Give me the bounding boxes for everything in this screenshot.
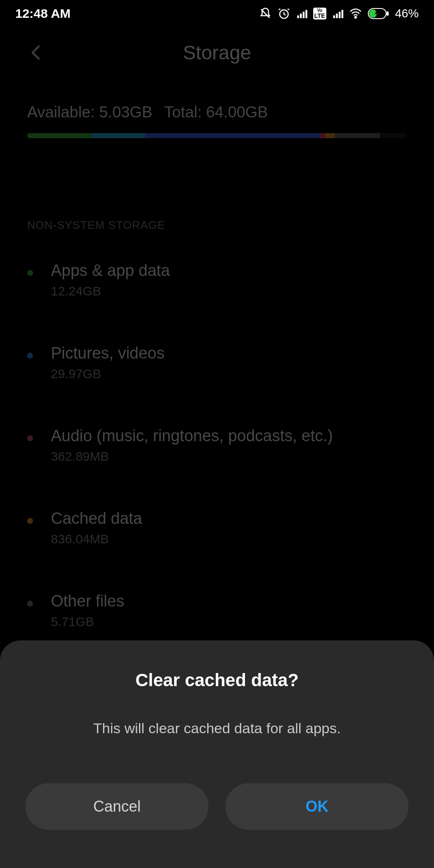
category-dot-icon: [27, 601, 33, 606]
storage-usage-bar: [27, 133, 407, 138]
notifications-muted-icon: [259, 7, 272, 20]
category-item[interactable]: Pictures, videos29.97GB: [27, 344, 407, 381]
status-bar: 12:48 AM VoLTE: [0, 0, 434, 27]
storage-summary: Available: 5.03GB Total: 64.00GB: [27, 103, 407, 138]
page-title: Storage: [183, 41, 251, 64]
cancel-button[interactable]: Cancel: [25, 783, 209, 830]
page-header: Storage: [27, 27, 407, 78]
category-item[interactable]: Other files5.71GB: [27, 592, 407, 629]
chevron-left-icon: [27, 43, 46, 62]
category-label: Cached data: [51, 509, 142, 528]
battery-charging-icon: [368, 8, 389, 19]
storage-bar-segment: [335, 133, 381, 138]
category-list: Apps & app data12.24GBPictures, videos29…: [27, 262, 407, 629]
svg-rect-9: [342, 10, 343, 18]
volte-icon: VoLTE: [313, 8, 326, 19]
category-size: 5.71GB: [51, 615, 124, 629]
category-dot-icon: [27, 435, 33, 441]
available-label: Available: 5.03GB: [27, 103, 153, 121]
clear-cache-dialog: Clear cached data? This will clear cache…: [0, 640, 434, 868]
storage-bar-segment: [145, 133, 320, 138]
total-label: Total: 64.00GB: [164, 103, 268, 121]
category-item[interactable]: Apps & app data12.24GB: [27, 262, 407, 298]
section-title: NON-SYSTEM STORAGE: [27, 219, 407, 232]
battery-percentage: 46%: [395, 7, 419, 20]
svg-rect-3: [300, 14, 301, 18]
category-label: Pictures, videos: [51, 344, 164, 362]
svg-rect-8: [339, 12, 340, 18]
status-time: 12:48 AM: [15, 6, 71, 21]
back-button[interactable]: [27, 43, 46, 62]
signal-2-icon: [332, 8, 343, 19]
svg-point-10: [355, 17, 356, 18]
status-right: VoLTE 46%: [259, 7, 419, 20]
ok-button[interactable]: OK: [225, 783, 409, 830]
signal-1-icon: [296, 8, 307, 19]
svg-rect-6: [333, 15, 335, 18]
category-item[interactable]: Audio (music, ringtones, podcasts, etc.)…: [27, 427, 407, 464]
svg-rect-4: [303, 12, 304, 18]
category-item[interactable]: Cached data836.04MB: [27, 509, 407, 546]
svg-rect-2: [297, 15, 299, 18]
wifi-icon: [349, 7, 362, 20]
category-size: 29.97GB: [51, 367, 164, 381]
dialog-message: This will clear cached data for all apps…: [25, 720, 409, 737]
category-size: 362.89MB: [51, 449, 333, 464]
storage-bar-segment: [92, 133, 145, 138]
alarm-icon: [278, 7, 290, 20]
storage-bar-segment: [320, 133, 325, 138]
category-label: Audio (music, ringtones, podcasts, etc.): [51, 427, 333, 445]
category-label: Apps & app data: [51, 262, 170, 280]
svg-rect-7: [336, 14, 338, 18]
svg-rect-12: [387, 11, 389, 16]
category-size: 12.24GB: [51, 284, 170, 298]
category-dot-icon: [27, 270, 33, 276]
storage-bar-segment: [27, 133, 92, 138]
storage-bar-segment: [380, 133, 407, 138]
dialog-title: Clear cached data?: [25, 670, 409, 690]
category-dot-icon: [27, 353, 33, 359]
storage-bar-segment: [325, 133, 334, 138]
category-dot-icon: [27, 518, 33, 524]
svg-rect-5: [305, 10, 307, 18]
category-size: 836.04MB: [51, 532, 142, 546]
category-label: Other files: [51, 592, 124, 610]
